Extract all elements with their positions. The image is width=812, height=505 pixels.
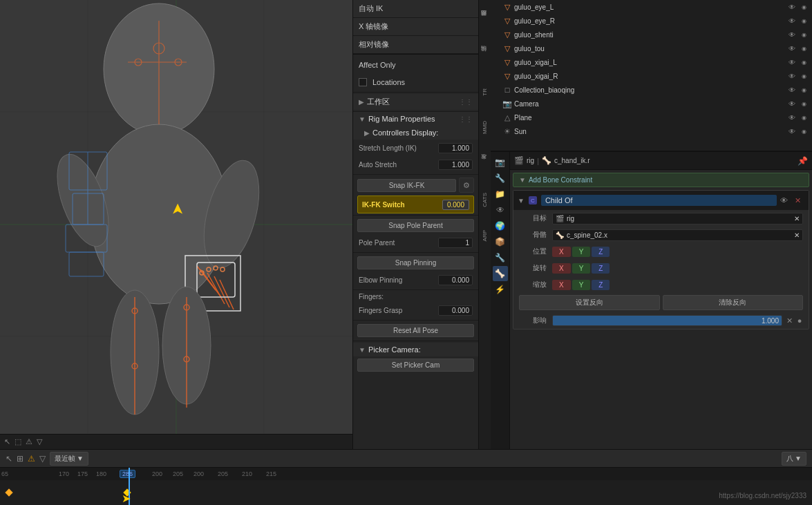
item-vis-btn2[interactable]: ◉ [798,84,809,95]
timeline-track[interactable]: ➤ [0,480,812,505]
prop-icon-view[interactable]: 👁 [493,202,508,218]
auto-stretch-value[interactable]: 1.000 [438,160,473,170]
scale-axes-btns: X Y Z [552,280,610,290]
pole-parent-label: Pole Parent [359,239,438,247]
outliner-item-2[interactable]: ▽ guluo_shenti 👁 ◉ [491,28,812,41]
item-vis-btn[interactable]: 👁 [786,43,797,54]
locations-checkbox[interactable] [359,78,367,86]
constraint-block-header: ▼ C Child Of 👁 ✕ [513,191,809,210]
picker-camera-header[interactable]: ▼ Picker Camera: [353,343,478,356]
item-vis-btn[interactable]: 👁 [786,70,797,82]
influence-keyframe-btn[interactable]: ● [796,317,803,324]
filter-icon[interactable]: ▽ [37,437,42,446]
prop-icon-bone[interactable]: 🦴 [493,266,508,281]
set-picker-cam-btn[interactable]: Set Picker Cam [357,359,474,372]
outliner-item-9[interactable]: ☀ Sun 👁 ◉ [491,124,812,138]
viewport[interactable]: ➤ ↖ ⬚ ⚠ ▽ [0,0,352,449]
rot-y-btn[interactable]: Y [572,263,591,274]
prop-icon-scene[interactable]: 📷 [493,155,508,170]
prop-icon-world[interactable]: 🌍 [493,218,508,234]
bc-rig-icon: 🎬 [514,156,524,165]
item-vis-btn2[interactable]: ◉ [798,126,809,137]
vtab-cats[interactable]: CATS [480,182,491,217]
prop-icon-object[interactable]: 📦 [493,234,508,249]
outliner-item-7[interactable]: 📷 Camera 👁 ◉ [491,97,812,111]
snap-pinning-btn[interactable]: Snap Pinning [357,256,474,269]
item-vis-btn2[interactable]: ◉ [798,29,809,40]
item-vis-btn2[interactable]: ◉ [798,57,809,68]
influence-x-btn[interactable]: ✕ [784,316,795,325]
item-vis-btn[interactable]: 👁 [786,15,797,26]
prop-icon-physics[interactable]: ⚡ [493,282,508,297]
prop-icon-modifier[interactable]: 🔧 [493,250,508,265]
pole-parent-value[interactable]: 1 [438,238,473,248]
target-clear-btn[interactable]: ✕ [794,215,800,222]
item-vis-btn2[interactable]: ◉ [798,112,809,123]
constraint-visibility-btn[interactable]: 👁 [777,193,791,207]
prop-icon-output[interactable]: 📁 [493,187,508,202]
item-vis-btn[interactable]: 👁 [786,112,797,123]
constraint-delete-btn[interactable]: ✕ [791,193,804,207]
snap-gear-btn[interactable]: ⚙ [459,178,474,193]
item-vis-btn[interactable]: 👁 [786,57,797,68]
rot-x-btn[interactable]: X [552,263,571,274]
loc-z-btn[interactable]: Z [592,247,610,257]
tl-frame-mode-btn[interactable]: 最近帧 ▼ [50,452,88,466]
item-vis-btn2[interactable]: ◉ [798,43,809,54]
item-vis-btn2[interactable]: ◉ [798,98,809,109]
snap-pole-btn[interactable]: Snap Pole Parent [357,219,474,232]
bc-pin-btn[interactable]: 📌 [797,156,808,166]
item-vis-btn2[interactable]: ◉ [798,70,809,82]
prop-icon-render[interactable]: 🔧 [493,171,508,186]
outliner-item-0[interactable]: ▽ guluo_eye_L 👁 ◉ [491,0,812,14]
constraint-collapse-btn[interactable]: ▼ [518,197,525,204]
clear-inverse-btn[interactable]: 清除反向 [663,295,804,310]
item-vis-btn[interactable]: 👁 [786,1,797,12]
loc-x-btn[interactable]: X [552,247,571,257]
set-inverse-btn[interactable]: 设置反向 [519,295,660,310]
item-vis-btn[interactable]: 👁 [786,98,797,109]
vtab-publish[interactable]: 发布 [480,146,491,181]
elbow-pinning-value[interactable]: 0.000 [438,275,473,285]
snap-ikfk-btn[interactable]: Snap IK-FK [357,179,456,192]
controllers-header[interactable]: ▶ Controllers Display: [353,126,478,140]
item-vis-btn2[interactable]: ◉ [798,15,809,26]
bone-value-field[interactable]: 🦴 c_spine_02.x ✕ [552,229,803,241]
outliner-item-6[interactable]: □ Collection_biaoqing 👁 ◉ [491,83,812,97]
rig-main-props-header[interactable]: ▼ Rig Main Properties ⋮⋮ [353,112,478,126]
item-name: Sun [514,128,786,135]
tl-view-btn[interactable]: 八 ▼ [782,452,806,466]
scale-y-btn[interactable]: Y [572,280,591,290]
outliner-item-4[interactable]: ▽ guluo_xigai_L 👁 ◉ [491,55,812,69]
add-bone-constraint-btn[interactable]: ▼ Add Bone Constraint [513,173,809,187]
work-area-header[interactable]: ▶ 工作区 ⋮⋮ [353,94,478,110]
fingers-grasp-value[interactable]: 0.000 [438,305,473,316]
loc-y-btn[interactable]: Y [572,247,591,257]
ikfk-switch-value[interactable]: 0.000 [442,200,469,210]
item-vis-btn[interactable]: 👁 [786,84,797,95]
vtab-mmd[interactable]: MMD [480,111,491,145]
vtab-arp[interactable]: ARP [480,218,491,253]
bone-clear-btn[interactable]: ✕ [794,231,800,239]
x-mirror-row: X 轴镜像 [353,18,478,36]
properties-icon-sidebar: 📷 🔧 📁 👁 🌍 📦 🔧 🦴 ⚡ [491,152,510,449]
item-actions: 👁 ◉ [786,29,809,40]
vtab-edit[interactable]: 编辑 [480,39,491,73]
rot-z-btn[interactable]: Z [592,263,610,274]
scale-z-btn[interactable]: Z [592,280,610,290]
item-vis-btn[interactable]: 👁 [786,126,797,137]
vtab-animation-layers[interactable]: 动画图层 [480,3,491,37]
influence-bar[interactable]: 1.000 [552,315,782,326]
outliner-item-5[interactable]: ▽ guluo_xigai_R 👁 ◉ [491,69,812,83]
item-vis-btn2[interactable]: ◉ [798,1,809,12]
stretch-length-value[interactable]: 1.000 [438,143,473,153]
outliner-item-8[interactable]: △ Plane 👁 ◉ [491,111,812,124]
scale-x-btn[interactable]: X [552,280,571,290]
outliner-item-1[interactable]: ▽ guluo_eye_R 👁 ◉ [491,14,812,28]
item-vis-btn[interactable]: 👁 [786,29,797,40]
reset-pose-btn[interactable]: Reset All Pose [357,324,474,337]
outliner-item-3[interactable]: ▽ guluo_tou 👁 ◉ [491,41,812,55]
target-value-field[interactable]: 🎬 rig ✕ [552,213,803,225]
vtab-tr[interactable]: TR [480,75,491,109]
keyframe-1[interactable] [5,488,12,496]
